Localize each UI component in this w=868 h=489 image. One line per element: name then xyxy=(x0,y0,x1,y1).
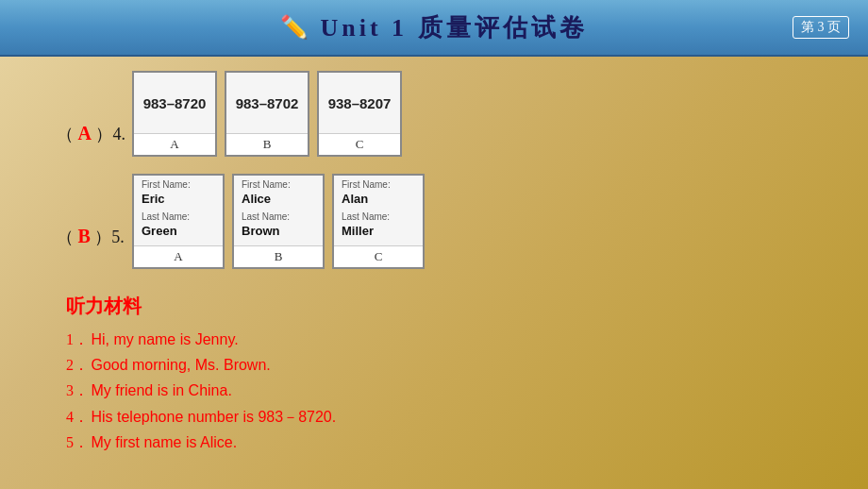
phone-number-a: 983–8720 xyxy=(134,73,215,134)
last-name-a: Green xyxy=(142,224,215,238)
item-number-3: 3． xyxy=(66,378,87,403)
last-name-c: Miller xyxy=(342,224,415,238)
first-name-label-a: First Name: xyxy=(142,179,215,190)
listening-item-4: 4． His telephone number is 983－8720. xyxy=(66,404,811,430)
name-card-b-img: First Name: Alice Last Name: Brown xyxy=(234,176,323,246)
last-name-label-a: Last Name: xyxy=(142,211,215,222)
answer-4: A xyxy=(78,123,92,143)
answer-5: B xyxy=(78,226,91,246)
phone-card-c: 938–8207 C xyxy=(317,71,402,157)
page-number: 第 3 页 xyxy=(793,16,849,39)
listening-item-1: 1． Hi, my name is Jenny. xyxy=(66,327,811,352)
phone-label-c: C xyxy=(319,134,400,155)
name-cards-container: First Name: Eric Last Name: Green A Firs… xyxy=(132,174,425,269)
last-name-label-b: Last Name: xyxy=(242,211,315,222)
question-4-label: （ A ）4. xyxy=(57,71,132,145)
phone-cards-container: 983–8720 A 983–8702 B 938–8207 C xyxy=(132,71,402,157)
phone-card-b: 983–8702 B xyxy=(225,71,309,157)
phone-card-a: 983–8720 A xyxy=(132,71,217,157)
page-title: Unit 1 质量评估试卷 xyxy=(320,11,587,44)
item-text-3: My friend is in China. xyxy=(91,382,231,398)
first-name-label-b: First Name: xyxy=(242,179,315,190)
item-number-2: 2． xyxy=(66,352,87,378)
item-text-4: His telephone number is 983－8720. xyxy=(91,409,336,425)
listening-item-2: 2． Good morning, Ms. Brown. xyxy=(66,352,811,378)
first-name-b: Alice xyxy=(242,192,315,206)
item-text-2: Good morning, Ms. Brown. xyxy=(91,357,270,373)
phone-label-b: B xyxy=(226,134,308,155)
listening-item-3: 3． My friend is in China. xyxy=(66,378,811,403)
first-name-c: Alan xyxy=(342,192,415,206)
phone-label-a: A xyxy=(134,134,215,155)
last-name-b: Brown xyxy=(242,224,315,238)
first-name-label-c: First Name: xyxy=(342,179,415,190)
name-card-c: First Name: Alan Last Name: Miller C xyxy=(332,174,425,269)
phone-number-c: 938–8207 xyxy=(319,73,400,134)
item-number-4: 4． xyxy=(66,404,87,430)
item-text-5: My first name is Alice. xyxy=(91,434,237,450)
item-number-1: 1． xyxy=(66,327,87,352)
last-name-label-c: Last Name: xyxy=(342,211,415,222)
pencil-icon: ✏️ xyxy=(280,14,309,41)
listening-item-5: 5． My first name is Alice. xyxy=(66,430,811,455)
main-content: （ A ）4. 983–8720 A 983–8702 B 938–8207 C… xyxy=(0,57,868,469)
item-text-1: Hi, my name is Jenny. xyxy=(91,331,238,347)
phone-number-b: 983–8702 xyxy=(226,73,308,134)
name-card-a-label: A xyxy=(134,246,223,267)
name-card-a-img: First Name: Eric Last Name: Green xyxy=(134,176,223,246)
first-name-a: Eric xyxy=(142,192,215,206)
listening-section: 听力材料 1． Hi, my name is Jenny. 2． Good mo… xyxy=(57,286,811,455)
question-4-row: （ A ）4. 983–8720 A 983–8702 B 938–8207 C xyxy=(57,71,811,157)
listening-title: 听力材料 xyxy=(66,294,811,319)
name-card-c-img: First Name: Alan Last Name: Miller xyxy=(334,176,423,246)
name-card-b: First Name: Alice Last Name: Brown B xyxy=(232,174,325,269)
question-5-row: （ B ）5. First Name: Eric Last Name: Gree… xyxy=(57,174,811,269)
question-5-label: （ B ）5. xyxy=(57,174,132,248)
name-card-b-label: B xyxy=(234,246,323,267)
item-number-5: 5． xyxy=(66,430,87,455)
name-card-c-label: C xyxy=(334,246,423,267)
page-header: ✏️ Unit 1 质量评估试卷 第 3 页 xyxy=(0,0,868,57)
name-card-a: First Name: Eric Last Name: Green A xyxy=(132,174,225,269)
